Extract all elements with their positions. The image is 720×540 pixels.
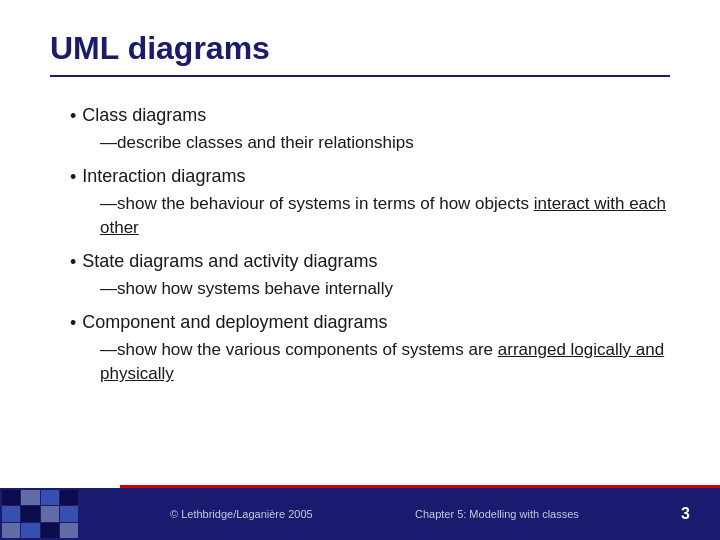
underline-text-4: arranged logically and physically <box>100 340 664 384</box>
bullet-main-text-2: Interaction diagrams <box>82 166 245 187</box>
bullet-main-4: • Component and deployment diagrams <box>70 312 670 334</box>
underline-text-2: interact with each other <box>100 194 666 238</box>
mosaic-cell <box>60 523 78 538</box>
mosaic-cell <box>41 523 59 538</box>
footer-copyright: © Lethbridge/Laganière 2005 <box>170 508 313 520</box>
bullet-main-1: • Class diagrams <box>70 105 670 127</box>
bullet-sub-3: —show how systems behave internally <box>70 277 670 302</box>
bullet-main-text-4: Component and deployment diagrams <box>82 312 387 333</box>
bullet-item-4: • Component and deployment diagrams —sho… <box>70 312 670 387</box>
bullet-main-3: • State diagrams and activity diagrams <box>70 251 670 273</box>
bullet-dot-3: • <box>70 252 76 273</box>
footer-bar: © Lethbridge/Laganière 2005 Chapter 5: M… <box>0 488 720 540</box>
bullet-sub-1: —describe classes and their relationship… <box>70 131 670 156</box>
mosaic-cell <box>60 490 78 505</box>
slide-title: UML diagrams <box>50 30 670 77</box>
mosaic-cell <box>2 506 20 521</box>
content-area: • Class diagrams —describe classes and t… <box>50 105 670 387</box>
bullet-main-text-3: State diagrams and activity diagrams <box>82 251 377 272</box>
bullet-item-1: • Class diagrams —describe classes and t… <box>70 105 670 156</box>
bullet-main-2: • Interaction diagrams <box>70 166 670 188</box>
mosaic-cell <box>21 490 39 505</box>
mosaic-cell <box>21 506 39 521</box>
footer-page: 3 <box>681 505 690 523</box>
mosaic-cell <box>41 506 59 521</box>
mosaic-cell <box>41 490 59 505</box>
bullet-sub-2: —show the behaviour of systems in terms … <box>70 192 670 241</box>
bullet-sub-4: —show how the various components of syst… <box>70 338 670 387</box>
bullet-dot-1: • <box>70 106 76 127</box>
mosaic-cell <box>60 506 78 521</box>
mosaic-cell <box>2 490 20 505</box>
mosaic-cell <box>21 523 39 538</box>
footer-content: © Lethbridge/Laganière 2005 Chapter 5: M… <box>80 505 700 523</box>
bullet-item-2: • Interaction diagrams —show the behavio… <box>70 166 670 241</box>
bullet-dot-4: • <box>70 313 76 334</box>
bullet-main-text-1: Class diagrams <box>82 105 206 126</box>
mosaic-cell <box>2 523 20 538</box>
bullet-dot-2: • <box>70 167 76 188</box>
footer-chapter: Chapter 5: Modelling with classes <box>313 508 681 520</box>
slide: UML diagrams • Class diagrams —describe … <box>0 0 720 540</box>
mosaic-grid <box>0 488 80 540</box>
mosaic-logo <box>0 488 80 540</box>
bullet-item-3: • State diagrams and activity diagrams —… <box>70 251 670 302</box>
